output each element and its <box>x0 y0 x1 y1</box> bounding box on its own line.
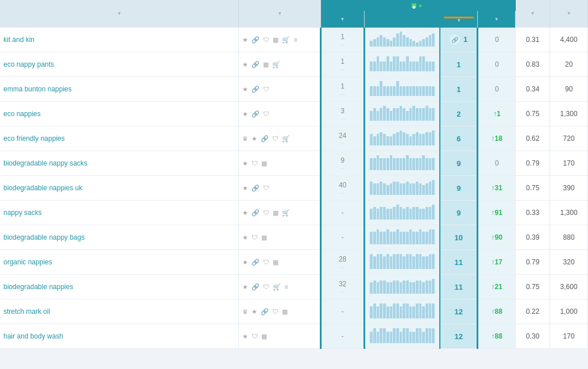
star-icon: ★ <box>242 36 248 44</box>
nov-cell: 9 <box>440 176 478 201</box>
spark-bar <box>380 232 382 244</box>
spark-bar <box>393 108 396 121</box>
spark-bar <box>409 158 412 170</box>
spark-bar <box>377 56 380 71</box>
serp-cell: ★🔗▦🛒 <box>239 52 320 77</box>
nov-value: 1 <box>457 60 461 69</box>
serp-cell: ★🛡▦ <box>239 225 320 250</box>
cpc-cell: 0.22 <box>516 299 550 324</box>
spark-bar <box>386 56 389 71</box>
keyword-link[interactable]: biodegradable nappies uk <box>3 184 82 192</box>
nov-sort-arrow[interactable]: ▼ <box>444 18 474 23</box>
serp-icons-group: ★🔗🛡 <box>242 110 316 118</box>
star-icon: ★ <box>242 61 248 68</box>
spark-chart <box>369 328 436 344</box>
keyword-cell: eco nappy pants <box>0 52 239 77</box>
jul-column-header[interactable]: ▼ <box>320 11 365 28</box>
spark-bar <box>400 158 403 170</box>
spark-bar <box>406 303 409 318</box>
spark-bar <box>403 280 405 294</box>
spark-bar <box>390 111 393 121</box>
shield-icon: 🛡 <box>263 184 269 191</box>
star-icon: ★ <box>252 308 257 316</box>
keyword-link[interactable]: stretch mark oil <box>3 308 50 316</box>
spark-bar <box>393 86 396 96</box>
spark-bar <box>429 108 432 121</box>
trend-cell <box>365 201 440 225</box>
spark-bar <box>370 158 373 170</box>
keyword-link[interactable]: nappy sacks <box>3 209 42 217</box>
table-row: eco nappy pants ★🔗▦🛒 1 ... 1 0 0.83 20 <box>0 52 588 77</box>
shield-icon: 🛡 <box>263 209 269 216</box>
spark-bar <box>393 134 396 145</box>
serp-cell: ★🛡▦ <box>239 151 320 176</box>
keyword-link[interactable]: emma bunton nappies <box>3 85 72 93</box>
diff-cell: 0 <box>478 52 516 77</box>
trend-column-header <box>365 11 440 28</box>
spark-bar <box>383 280 386 294</box>
spark-chart <box>369 56 436 72</box>
vol-column-header[interactable]: ▼ <box>550 0 588 28</box>
jul-cell: 40 ... <box>320 176 365 201</box>
spark-bar <box>412 41 415 47</box>
spark-bar <box>425 207 428 220</box>
diff-value: ↑1 <box>493 110 501 118</box>
serp-sort-arrow[interactable]: ▼ <box>277 11 282 16</box>
spark-bar <box>416 232 419 244</box>
keyword-link[interactable]: biodegradable nappy sacks <box>3 159 87 167</box>
cpc-column-header[interactable]: ▼ <box>516 0 550 28</box>
link-circle-icon: 🔗 <box>450 34 460 45</box>
cpc-value: 0.79 <box>526 159 539 167</box>
spark-bar <box>386 254 389 269</box>
cpc-sort-arrow[interactable]: ▼ <box>531 11 535 16</box>
spark-bar <box>390 62 393 71</box>
jul-cell: 3 ... <box>320 102 365 126</box>
diff-sort-arrow[interactable]: ▼ <box>481 17 512 22</box>
diff-value: ↑90 <box>492 233 502 241</box>
spark-bar <box>419 328 422 343</box>
keyword-link[interactable]: biodegradable nappy bags <box>3 233 84 241</box>
serp-icons-group: ★🔗▦🛒 <box>242 61 316 68</box>
jul-sort-arrow[interactable]: ▼ <box>324 17 361 22</box>
spark-chart <box>369 81 436 97</box>
keyword-sort-arrow[interactable]: ▼ <box>117 11 122 16</box>
spark-bar <box>396 81 399 96</box>
spark-bar <box>425 303 428 318</box>
serp-column-header[interactable]: ▼ <box>239 0 320 28</box>
spark-bar <box>383 62 386 71</box>
spark-bar <box>403 303 405 318</box>
spark-bar <box>403 86 405 96</box>
vol-sort-arrow[interactable]: ▼ <box>567 11 571 16</box>
nov-value: 1 <box>463 35 467 44</box>
spark-bar <box>429 158 432 170</box>
nov-value: 12 <box>455 308 463 316</box>
jul-cell: 9 ... <box>320 151 365 176</box>
keyword-link[interactable]: kit and kin <box>3 36 34 44</box>
keyword-column-header[interactable]: ▼ <box>0 0 239 28</box>
spark-bar <box>403 132 405 145</box>
keyword-link[interactable]: biodegradable nappies <box>3 283 73 291</box>
keyword-link[interactable]: eco nappies <box>3 110 41 118</box>
jul-cell: 32 ... <box>320 275 365 299</box>
table-row: nappy sacks ★🔗🛡▦🛒 - 9 ↑91 0.33 1,300 <box>0 201 588 225</box>
vol-value: 4,400 <box>560 36 578 44</box>
cart-icon: 🛒 <box>272 61 280 68</box>
nov-column-header[interactable]: ▼ <box>440 11 478 28</box>
img-icon: ▦ <box>261 160 267 167</box>
spark-bar <box>383 158 386 170</box>
spark-bar <box>400 254 403 269</box>
diff-column-header[interactable]: ▼ <box>478 11 516 28</box>
keyword-link[interactable]: hair and body wash <box>3 332 63 340</box>
keyword-link[interactable]: eco nappy pants <box>3 60 54 68</box>
spark-bar <box>390 209 393 220</box>
shield-icon: 🛡 <box>263 283 269 290</box>
spark-bar <box>396 132 399 145</box>
star-icon: ★ <box>252 135 257 143</box>
keyword-link[interactable]: eco friendly nappies <box>3 134 65 143</box>
cpc-cell: 0.30 <box>516 324 550 349</box>
diff-value: 0 <box>495 85 499 93</box>
spark-bar <box>422 155 425 170</box>
spark-chart <box>369 130 436 147</box>
nov-value: 9 <box>457 184 461 193</box>
keyword-link[interactable]: organic nappies <box>3 258 52 266</box>
